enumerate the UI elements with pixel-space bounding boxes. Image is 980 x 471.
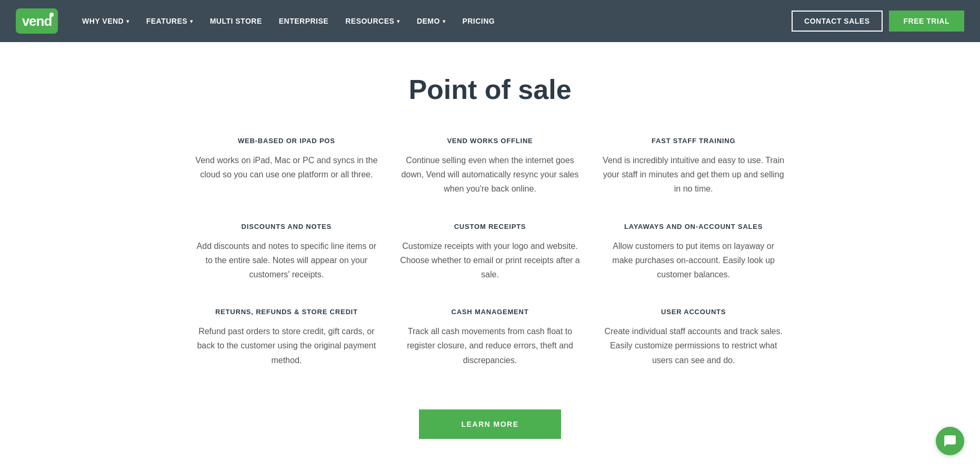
nav-cta-area: CONTACT SALES FREE TRIAL (792, 11, 964, 32)
feature-title-discounts: DISCOUNTS AND NOTES (195, 223, 378, 231)
chat-bubble-button[interactable] (936, 427, 964, 455)
feature-title-receipts: CUSTOM RECEIPTS (399, 223, 582, 231)
feature-desc-offline: Continue selling even when the internet … (399, 153, 582, 196)
nav-item-resources[interactable]: RESOURCES ▾ (337, 0, 408, 42)
nav-item-features[interactable]: FEATURES ▾ (138, 0, 202, 42)
feature-staff-training: FAST STAFF TRAINING Vend is incredibly i… (602, 137, 785, 196)
feature-title-offline: VEND WORKS OFFLINE (399, 137, 582, 145)
feature-title-staff-training: FAST STAFF TRAINING (602, 137, 785, 145)
navbar: vend WHY VEND ▾ FEATURES ▾ MULTI STORE E… (0, 0, 980, 42)
contact-sales-button[interactable]: CONTACT SALES (792, 11, 882, 32)
free-trial-button[interactable]: FREE TRIAL (889, 11, 964, 32)
nav-links: WHY VEND ▾ FEATURES ▾ MULTI STORE ENTERP… (74, 0, 792, 42)
feature-returns: RETURNS, REFUNDS & STORE CREDIT Refund p… (195, 308, 378, 367)
learn-more-button[interactable]: LEARN MORE (419, 409, 561, 439)
cta-area: LEARN MORE (195, 399, 785, 439)
feature-title-web-based: WEB-BASED OR IPAD POS (195, 137, 378, 145)
chevron-down-icon: ▾ (397, 18, 400, 24)
feature-title-user-accounts: USER ACCOUNTS (602, 308, 785, 316)
chevron-down-icon: ▾ (443, 18, 446, 24)
feature-title-cash: CASH MANAGEMENT (399, 308, 582, 316)
chevron-down-icon: ▾ (126, 18, 129, 24)
feature-desc-receipts: Customize receipts with your logo and we… (399, 239, 582, 282)
nav-item-multi-store[interactable]: MULTI STORE (202, 0, 271, 42)
feature-desc-cash: Track all cash movements from cash float… (399, 324, 582, 367)
feature-desc-staff-training: Vend is incredibly intuitive and easy to… (602, 153, 785, 196)
logo[interactable]: vend (16, 8, 58, 34)
feature-desc-returns: Refund past orders to store credit, gift… (195, 324, 378, 367)
logo-box: vend (16, 8, 58, 34)
feature-layaways: LAYAWAYS AND ON-ACCOUNT SALES Allow cust… (602, 223, 785, 282)
feature-discounts: DISCOUNTS AND NOTES Add discounts and no… (195, 223, 378, 282)
feature-desc-web-based: Vend works on iPad, Mac or PC and syncs … (195, 153, 378, 182)
nav-item-enterprise[interactable]: ENTERPRISE (271, 0, 337, 42)
feature-web-based: WEB-BASED OR IPAD POS Vend works on iPad… (195, 137, 378, 196)
nav-item-pricing[interactable]: PRICING (454, 0, 503, 42)
feature-receipts: CUSTOM RECEIPTS Customize receipts with … (399, 223, 582, 282)
chat-icon (943, 434, 957, 448)
logo-dot-icon (49, 13, 54, 17)
feature-offline: VEND WORKS OFFLINE Continue selling even… (399, 137, 582, 196)
logo-text: vend (22, 13, 52, 29)
features-grid: WEB-BASED OR IPAD POS Vend works on iPad… (195, 137, 785, 367)
feature-desc-discounts: Add discounts and notes to specific line… (195, 239, 378, 282)
chevron-down-icon: ▾ (190, 18, 193, 24)
feature-title-returns: RETURNS, REFUNDS & STORE CREDIT (195, 308, 378, 316)
main-content: Point of sale WEB-BASED OR IPAD POS Vend… (174, 42, 806, 471)
feature-desc-layaways: Allow customers to put items on layaway … (602, 239, 785, 282)
nav-item-why-vend[interactable]: WHY VEND ▾ (74, 0, 138, 42)
nav-item-demo[interactable]: DEMO ▾ (408, 0, 454, 42)
feature-user-accounts: USER ACCOUNTS Create individual staff ac… (602, 308, 785, 367)
feature-desc-user-accounts: Create individual staff accounts and tra… (602, 324, 785, 367)
feature-cash: CASH MANAGEMENT Track all cash movements… (399, 308, 582, 367)
page-title: Point of sale (195, 74, 785, 105)
feature-title-layaways: LAYAWAYS AND ON-ACCOUNT SALES (602, 223, 785, 231)
